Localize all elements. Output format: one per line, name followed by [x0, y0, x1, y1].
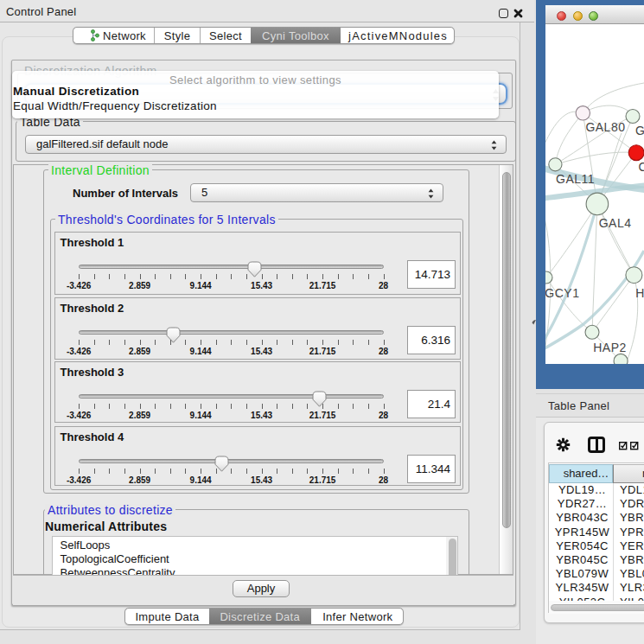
svg-text:GAL4: GAL4 — [599, 216, 632, 230]
svg-text:H: H — [635, 286, 644, 300]
svg-text:C: C — [639, 160, 644, 174]
svg-text:HAP2: HAP2 — [593, 341, 627, 354]
svg-text:GAL80: GAL80 — [585, 120, 625, 134]
svg-text:GCY1: GCY1 — [545, 286, 579, 300]
svg-text:G…: G… — [635, 124, 644, 137]
svg-text:GAL11: GAL11 — [556, 172, 595, 186]
